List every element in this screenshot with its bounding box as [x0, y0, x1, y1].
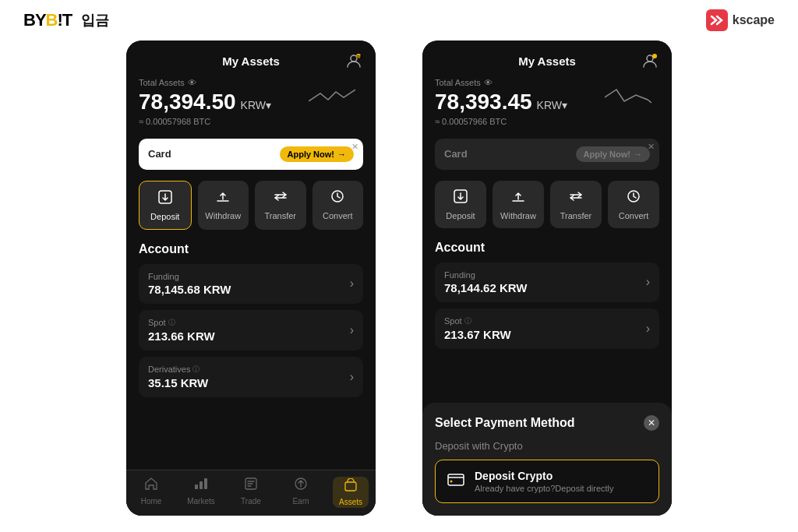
left-deposit-btn[interactable]: Deposit [139, 181, 192, 230]
right-assets-header: My Assets [422, 41, 672, 75]
left-markets-label: Markets [187, 497, 215, 506]
left-transfer-icon [273, 188, 288, 208]
svg-rect-7 [204, 478, 207, 489]
left-trade-label: Trade [241, 497, 261, 506]
left-phone: My Assets QR Total Assets 👁 [126, 41, 376, 516]
deposit-crypto-sub: Already have crypto?Deposit directly [475, 484, 648, 493]
right-deposit-icon [453, 188, 468, 208]
right-withdraw-btn[interactable]: Withdraw [493, 181, 544, 228]
left-assets-header: My Assets QR [126, 41, 376, 75]
left-funding-item[interactable]: Funding 78,145.68 KRW › [139, 264, 363, 304]
left-home-icon [144, 477, 158, 495]
right-convert-btn[interactable]: Convert [608, 181, 659, 228]
left-assets-nav-label: Assets [339, 498, 362, 506]
right-funding-item[interactable]: Funding 78,144.62 KRW › [435, 262, 659, 302]
payment-modal: Select Payment Method ✕ Deposit with Cry… [422, 403, 672, 516]
kscape-icon [706, 9, 728, 31]
right-eye-icon[interactable]: 👁 [484, 78, 493, 87]
right-total-assets: Total Assets 👁 78,393.45 KRW▾ ≈ 0.000579… [422, 75, 672, 134]
left-funding-value: 78,145.68 KRW [148, 283, 231, 296]
right-spot-arrow: › [646, 322, 650, 336]
phones-row: My Assets QR Total Assets 👁 [126, 41, 672, 516]
right-convert-label: Convert [619, 211, 649, 220]
left-total-assets: Total Assets 👁 78,394.50 KRW▾ ≈ 0.000579… [126, 75, 376, 134]
right-funding-value: 78,144.62 KRW [444, 281, 527, 294]
left-account-section: Account Funding 78,145.68 KRW › Spot ⓘ [126, 236, 376, 470]
right-withdraw-label: Withdraw [500, 211, 536, 220]
bybit-logo: BYB!T [23, 10, 72, 30]
left-derivatives-item[interactable]: Derivatives ⓘ 35.15 KRW › [139, 357, 363, 397]
right-account-section: Account Funding 78,144.62 KRW › Spot ⓘ [422, 234, 672, 358]
left-withdraw-label: Withdraw [205, 211, 241, 220]
right-deposit-label: Deposit [446, 211, 475, 220]
right-btc-amount: ≈ 0.00057966 BTC [435, 117, 659, 126]
left-total-amount: 78,394.50 [139, 89, 236, 115]
right-apply-btn[interactable]: Apply Now! → [576, 146, 651, 162]
right-spot-value: 213.67 KRW [444, 328, 511, 341]
svg-rect-15 [448, 474, 464, 485]
page-title: 입금 [81, 11, 109, 30]
left-assets-icon [344, 478, 358, 496]
right-card-text: Card [444, 148, 468, 160]
left-profile-icon[interactable]: QR [344, 51, 363, 70]
right-deposit-btn[interactable]: Deposit [435, 181, 486, 228]
right-withdraw-icon [510, 188, 526, 208]
left-funding-arrow: › [350, 277, 354, 291]
svg-point-11 [647, 55, 653, 62]
left-transfer-label: Transfer [264, 211, 296, 220]
left-derivatives-value: 35.15 KRW [148, 376, 208, 389]
left-nav-trade[interactable]: Trade [226, 477, 276, 508]
left-nav-assets[interactable]: Assets [326, 477, 376, 508]
left-account-title: Account [139, 242, 363, 256]
left-earn-label: Earn [292, 497, 309, 506]
right-spot-label: Spot ⓘ [444, 316, 511, 326]
left-withdraw-btn[interactable]: Withdraw [198, 181, 249, 230]
left-nav-home[interactable]: Home [126, 477, 176, 508]
left-derivatives-arrow: › [350, 370, 354, 384]
left-card-close[interactable]: ✕ [351, 142, 358, 152]
left-apply-btn[interactable]: Apply Now! → [280, 146, 355, 162]
kscape-logo: kscape [706, 9, 775, 31]
left-assets-title: My Assets [157, 55, 344, 68]
left-convert-label: Convert [323, 211, 353, 220]
left-withdraw-icon [215, 188, 231, 208]
right-profile-icon[interactable] [641, 51, 659, 70]
deposit-crypto-btn[interactable]: Deposit Crypto Already have crypto?Depos… [435, 460, 659, 503]
right-spot-item[interactable]: Spot ⓘ 213.67 KRW › [435, 308, 659, 349]
header-left: BYB!T 입금 [23, 10, 109, 30]
page-header: BYB!T 입금 kscape [0, 0, 798, 41]
deposit-section-title: Deposit with Crypto [435, 440, 659, 452]
modal-close-btn[interactable]: ✕ [644, 415, 659, 431]
left-card-banner: ✕ Card Apply Now! → [139, 139, 363, 170]
right-transfer-btn[interactable]: Transfer [550, 181, 602, 228]
left-phone-inner: My Assets QR Total Assets 👁 [126, 41, 376, 516]
right-account-title: Account [435, 241, 659, 255]
payment-modal-header: Select Payment Method ✕ [435, 415, 659, 431]
svg-rect-10 [345, 482, 356, 491]
right-card-banner: ✕ Card Apply Now! → [435, 139, 659, 170]
svg-point-16 [450, 481, 453, 483]
left-trade-icon [244, 477, 258, 495]
left-action-buttons: Deposit Withdraw [126, 174, 376, 236]
left-markets-icon [194, 477, 208, 495]
kscape-text: kscape [733, 13, 775, 27]
left-nav-earn[interactable]: Earn [276, 477, 326, 508]
right-phone-inner: My Assets Total Assets 👁 [422, 41, 672, 516]
left-nav-markets[interactable]: Markets [176, 477, 226, 508]
deposit-crypto-icon [447, 470, 465, 493]
left-convert-btn[interactable]: Convert [312, 181, 364, 230]
left-spot-item[interactable]: Spot ⓘ 213.66 KRW › [139, 310, 363, 351]
main-content: My Assets QR Total Assets 👁 [0, 41, 798, 516]
right-transfer-icon [568, 188, 584, 208]
left-btc-amount: ≈ 0.00057968 BTC [139, 117, 363, 126]
left-spot-label: Spot ⓘ [148, 318, 215, 328]
left-transfer-btn[interactable]: Transfer [255, 181, 306, 230]
left-home-label: Home [141, 497, 162, 506]
deposit-crypto-title: Deposit Crypto [475, 470, 648, 482]
left-card-text: Card [148, 148, 171, 160]
left-bottom-nav: Home Markets Trade [126, 470, 376, 516]
left-convert-icon [330, 188, 345, 208]
left-eye-icon[interactable]: 👁 [188, 78, 196, 87]
right-funding-arrow: › [646, 275, 650, 289]
right-card-close[interactable]: ✕ [648, 142, 655, 152]
